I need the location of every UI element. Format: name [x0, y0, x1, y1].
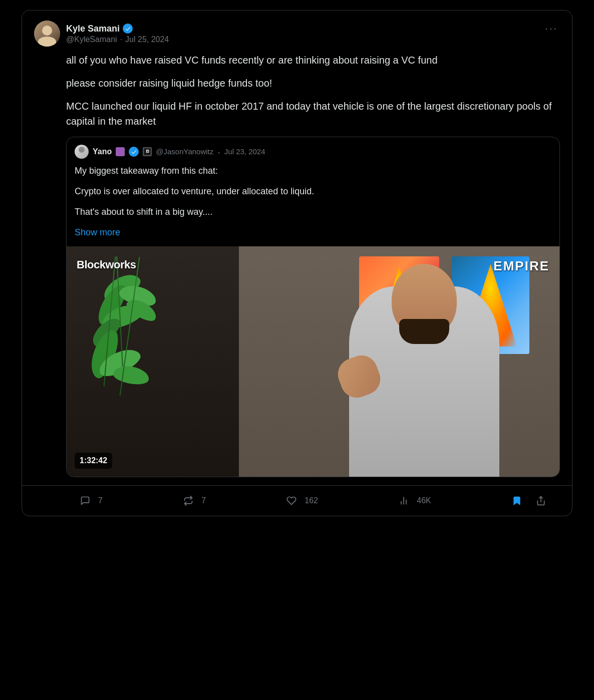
tweet-header: Kyle Samani @KyleSamani · Jul 25, 2024 ·…: [34, 21, 560, 47]
video-duration-badge: 1:32:42: [75, 453, 112, 469]
video-watermark-empire: EMPIRE: [493, 256, 549, 276]
quoted-tweet-header: Yano B @JasonYanowitz · Jul 23, 2024: [67, 137, 559, 164]
quoted-author-avatar[interactable]: [75, 145, 89, 159]
quoted-paragraph-3: That's about to shift in a big way....: [75, 205, 551, 219]
tweet-content: all of you who have raised VC funds rece…: [66, 53, 560, 477]
tweet-paragraph-2: please consider raising liquid hedge fun…: [66, 76, 560, 91]
author-name-row: Kyle Samani: [66, 24, 169, 34]
retweet-button[interactable]: [179, 492, 197, 510]
person-beard: [399, 319, 449, 344]
tweet-date: Jul 25, 2024: [125, 35, 169, 44]
video-scene: Blockworks EMPIRE 1:32:42: [67, 246, 559, 477]
tweet-header-left: Kyle Samani @KyleSamani · Jul 25, 2024: [34, 21, 169, 47]
author-info: Kyle Samani @KyleSamani · Jul 25, 2024: [66, 24, 169, 44]
show-more-button[interactable]: Show more: [75, 227, 120, 237]
retweet-action[interactable]: 7: [179, 492, 206, 510]
quoted-dot-separator: ·: [217, 144, 220, 159]
like-button[interactable]: [282, 492, 301, 510]
quoted-author-name[interactable]: Yano: [93, 146, 112, 158]
quoted-tweet-content: My biggest takeaway from this chat: Cryp…: [67, 164, 559, 246]
tweet-card: Kyle Samani @KyleSamani · Jul 25, 2024 ·…: [22, 10, 572, 516]
quoted-verified-badge-icon: [129, 147, 139, 157]
verified-badge-icon: [123, 24, 133, 34]
reply-button[interactable]: [76, 492, 94, 510]
action-bar: 7 7 162: [66, 486, 560, 516]
bookmark-button[interactable]: [508, 492, 526, 510]
dot-separator: ·: [120, 35, 122, 44]
author-handle[interactable]: @KyleSamani: [66, 35, 117, 44]
author-avatar[interactable]: [34, 21, 60, 47]
quoted-paragraph-2: Crypto is over allocated to venture, und…: [75, 185, 551, 198]
views-button[interactable]: [395, 492, 413, 510]
more-options-button[interactable]: ···: [543, 21, 560, 36]
reply-action[interactable]: 7: [76, 492, 103, 510]
video-watermark-blockworks: Blockworks: [77, 256, 136, 273]
like-count: 162: [305, 496, 318, 505]
tweet-paragraph-1: all of you who have raised VC funds rece…: [66, 53, 560, 68]
plant-area: [67, 246, 239, 477]
retweet-count: 7: [201, 496, 206, 505]
purple-square-badge-icon: [116, 147, 125, 156]
views-count: 46K: [417, 496, 431, 505]
author-name[interactable]: Kyle Samani: [66, 24, 120, 34]
tweet-paragraph-3: MCC launched our liquid HF in october 20…: [66, 99, 560, 129]
quoted-paragraph-1: My biggest takeaway from this chat:: [75, 164, 551, 178]
like-action[interactable]: 162: [282, 492, 318, 510]
quoted-tweet[interactable]: Yano B @JasonYanowitz · Jul 23, 2024 My …: [66, 137, 560, 477]
blockworks-badge-icon: B: [143, 147, 152, 156]
right-actions: [508, 492, 550, 510]
reply-count: 7: [98, 496, 103, 505]
quoted-author-handle[interactable]: @JasonYanowitz: [156, 146, 213, 158]
plant-leaves: [77, 256, 177, 407]
quoted-date: Jul 23, 2024: [224, 146, 265, 158]
views-action[interactable]: 46K: [395, 492, 431, 510]
share-button[interactable]: [532, 492, 550, 510]
author-handle-row: @KyleSamani · Jul 25, 2024: [66, 35, 169, 44]
video-person: [329, 266, 519, 477]
video-thumbnail[interactable]: Blockworks EMPIRE 1:32:42: [67, 246, 559, 477]
